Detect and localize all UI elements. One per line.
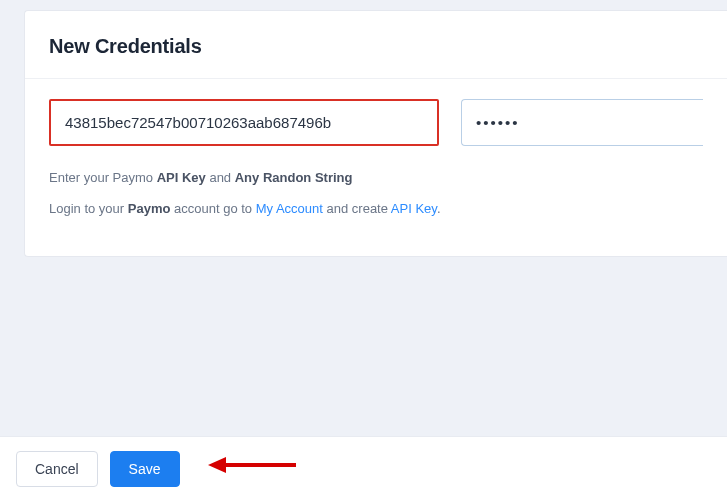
- help2-end: .: [437, 201, 441, 216]
- credentials-card: New Credentials Enter your Paymo API Key…: [24, 10, 727, 257]
- card-body: Enter your Paymo API Key and Any Randon …: [25, 79, 727, 256]
- help2-mid1: account go to: [170, 201, 255, 216]
- my-account-link[interactable]: My Account: [256, 201, 323, 216]
- help1-random-string: Any Randon String: [235, 170, 353, 185]
- password-input[interactable]: [461, 99, 703, 146]
- page-title: New Credentials: [49, 35, 703, 58]
- card-header: New Credentials: [25, 11, 727, 79]
- help1-mid: and: [206, 170, 235, 185]
- fields-row: [49, 99, 703, 146]
- api-key-link[interactable]: API Key: [391, 201, 437, 216]
- help2-pre: Login to your: [49, 201, 128, 216]
- help1-pre: Enter your Paymo: [49, 170, 157, 185]
- cancel-button[interactable]: Cancel: [16, 451, 98, 487]
- help1-api-key: API Key: [157, 170, 206, 185]
- help-text-line-2: Login to your Paymo account go to My Acc…: [49, 201, 703, 216]
- help2-mid2: and create: [323, 201, 391, 216]
- help-text-line-1: Enter your Paymo API Key and Any Randon …: [49, 170, 703, 185]
- save-button[interactable]: Save: [110, 451, 180, 487]
- help2-paymo: Paymo: [128, 201, 171, 216]
- api-key-input[interactable]: [49, 99, 439, 146]
- footer-bar: Cancel Save: [0, 436, 727, 501]
